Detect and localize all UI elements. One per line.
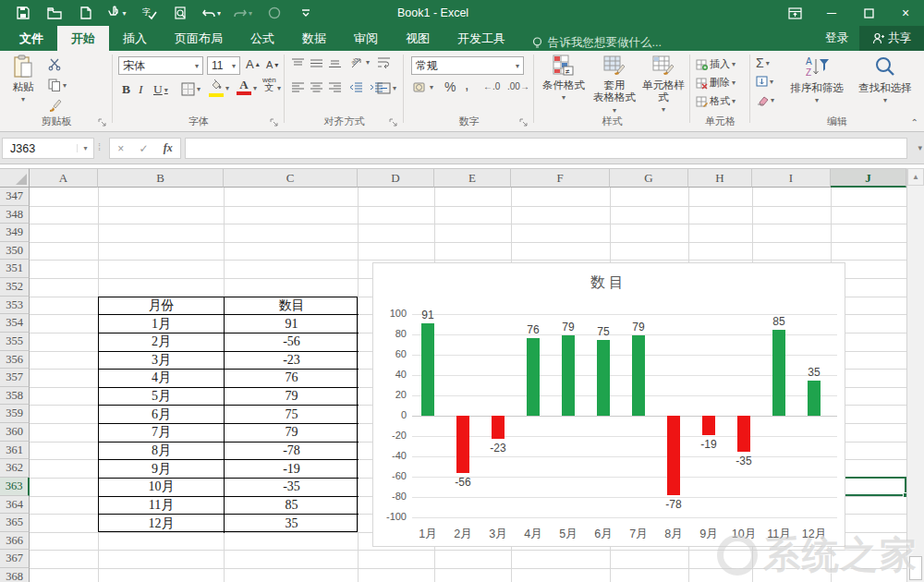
paste-button[interactable]: 粘贴 ▾	[6, 55, 41, 105]
customize-qat-icon[interactable]	[290, 2, 322, 24]
font-name-combo[interactable]: 宋体▾	[118, 56, 203, 75]
table-cell[interactable]: 6月	[99, 406, 225, 424]
format-cells-button[interactable]: 格式 ▾	[696, 94, 736, 108]
column-header-A[interactable]: A	[30, 168, 98, 188]
row-header-362[interactable]: 362	[0, 459, 30, 478]
table-cell[interactable]: 3月	[99, 352, 225, 370]
phonetic-guide-button[interactable]: wén 文	[262, 77, 276, 91]
row-header-367[interactable]: 367	[0, 550, 30, 568]
cancel-icon[interactable]: ×	[117, 142, 124, 155]
expand-formula-bar-icon[interactable]: ▾	[918, 143, 922, 152]
column-header-F[interactable]: F	[511, 168, 610, 188]
align-left-button[interactable]	[292, 82, 304, 92]
comma-style-button[interactable]: ,	[465, 77, 468, 93]
clear-button[interactable]: ▾	[756, 95, 774, 105]
number-format-combo[interactable]: 常规▾	[411, 56, 524, 75]
sign-in-button[interactable]: 登录	[814, 30, 859, 46]
alignment-dialog-launcher-icon[interactable]	[389, 118, 398, 127]
column-header-C[interactable]: C	[224, 168, 358, 188]
delete-cells-button[interactable]: 删除 ▾	[696, 76, 736, 90]
table-cell[interactable]: 2月	[99, 333, 225, 352]
row-header-349[interactable]: 349	[0, 224, 30, 242]
row-header-363[interactable]: 363	[0, 478, 30, 496]
table-cell[interactable]: 79	[225, 388, 359, 406]
row-header-353[interactable]: 353	[0, 297, 30, 315]
minimize-button[interactable]: ─	[813, 0, 850, 26]
wrap-text-button[interactable]	[377, 56, 391, 68]
maximize-button[interactable]	[850, 0, 887, 26]
table-cell[interactable]: 11月	[99, 497, 225, 515]
table-header-cell[interactable]: 数目	[225, 297, 359, 316]
row-header-359[interactable]: 359	[0, 405, 30, 423]
enter-icon[interactable]: ✓	[139, 142, 148, 155]
table-cell[interactable]: 4月	[99, 370, 225, 388]
tab-file[interactable]: 文件	[6, 26, 57, 51]
sort-filter-button[interactable]: AZ 排序和筛选 ▾	[784, 55, 850, 106]
row-header-350[interactable]: 350	[0, 242, 30, 261]
clipboard-dialog-launcher-icon[interactable]	[98, 118, 107, 127]
tab-视图[interactable]: 视图	[392, 26, 444, 51]
insert-function-icon[interactable]: fx	[164, 141, 173, 155]
bold-button[interactable]: B	[122, 82, 130, 97]
table-cell[interactable]: 75	[225, 406, 359, 424]
conditional-formatting-button[interactable]: ≠ 条件格式 ▾	[538, 55, 590, 103]
name-box[interactable]: J363 ▾	[2, 138, 94, 159]
row-header-354[interactable]: 354	[0, 314, 30, 333]
tab-数据[interactable]: 数据	[288, 26, 340, 51]
table-cell[interactable]: -23	[225, 352, 359, 370]
tab-开发工具[interactable]: 开发工具	[444, 26, 519, 51]
table-cell[interactable]: 1月	[99, 315, 225, 333]
scroll-up-icon[interactable]: ▲	[907, 168, 924, 186]
undo-icon[interactable]: ▾	[196, 2, 227, 24]
number-dialog-launcher-icon[interactable]	[519, 118, 529, 127]
draw-circle-icon[interactable]	[259, 2, 290, 24]
formula-input[interactable]	[185, 138, 907, 159]
format-as-table-button[interactable]: 套用 表格格式 ▾	[591, 55, 638, 116]
fill-color-button[interactable]	[209, 79, 224, 97]
tab-开始[interactable]: 开始	[57, 26, 109, 51]
spelling-icon[interactable]: 字	[133, 2, 164, 24]
tell-me-box[interactable]: 告诉我您想要做什么...	[532, 35, 662, 51]
collapse-ribbon-icon[interactable]: ⌃	[911, 117, 918, 127]
align-center-button[interactable]	[310, 82, 322, 92]
cell-styles-button[interactable]: 单元格样式 ▾	[638, 55, 689, 115]
merge-center-button[interactable]: ▾	[377, 82, 396, 94]
row-header-364[interactable]: 364	[0, 496, 30, 515]
open-icon[interactable]	[39, 2, 70, 24]
fill-button[interactable]: ▾	[756, 76, 773, 87]
align-right-button[interactable]	[329, 82, 341, 92]
accounting-format-button[interactable]: ▾	[413, 81, 433, 93]
underline-button[interactable]: U ▾	[153, 82, 168, 97]
row-header-348[interactable]: 348	[0, 206, 30, 224]
data-table[interactable]: 月份数目1月912月-563月-234月765月796月757月798月-789…	[98, 297, 358, 532]
save-icon[interactable]	[7, 2, 39, 24]
tab-插入[interactable]: 插入	[109, 26, 161, 51]
close-button[interactable]: ×	[887, 0, 924, 26]
shrink-font-button[interactable]: A▾	[266, 59, 278, 70]
touch-mode-icon[interactable]: ▾	[102, 2, 133, 24]
column-header-D[interactable]: D	[358, 168, 434, 188]
column-header-B[interactable]: B	[98, 168, 224, 188]
table-header-cell[interactable]: 月份	[99, 297, 225, 316]
column-chart[interactable]: 数目 -100-80-60-40-20020406080100911月-562月…	[372, 262, 845, 547]
decrease-decimal-button[interactable]: .00→	[507, 81, 529, 91]
table-cell[interactable]: -56	[225, 333, 359, 352]
select-all-corner[interactable]	[0, 168, 30, 188]
table-cell[interactable]: 91	[225, 315, 359, 333]
align-middle-button[interactable]	[310, 58, 322, 68]
table-cell[interactable]: 12月	[99, 515, 225, 533]
scrollbar-thumb[interactable]	[909, 556, 922, 580]
table-cell[interactable]: 9月	[99, 460, 225, 479]
ribbon-display-options-icon[interactable]	[776, 0, 813, 26]
table-cell[interactable]: 5月	[99, 388, 225, 406]
table-cell[interactable]: 7月	[99, 424, 225, 443]
share-button[interactable]: 共享	[859, 26, 924, 51]
tab-公式[interactable]: 公式	[237, 26, 288, 51]
insert-cells-button[interactable]: 插入 ▾	[696, 57, 736, 71]
table-cell[interactable]: 79	[225, 424, 359, 443]
table-cell[interactable]: 8月	[99, 443, 225, 461]
row-header-356[interactable]: 356	[0, 351, 30, 370]
copy-button[interactable]: ▾	[48, 79, 67, 91]
orientation-button[interactable]: ab ▾	[351, 56, 370, 68]
column-header-G[interactable]: G	[610, 168, 688, 188]
